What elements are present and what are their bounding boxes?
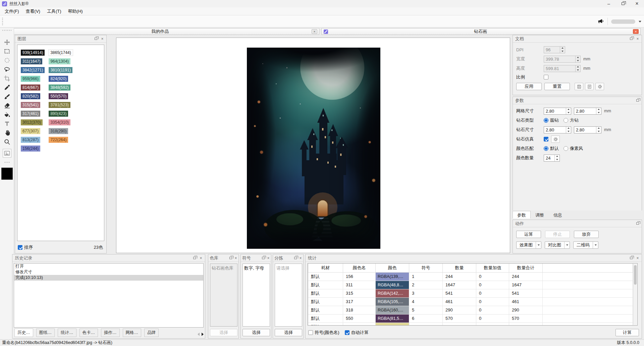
stop-button[interactable]: 停止 — [545, 231, 570, 238]
fill-tool-icon[interactable] — [3, 111, 11, 119]
grid-width-spinner[interactable]: 2.80 — [544, 108, 571, 115]
menu-tools[interactable]: 工具(T) — [44, 7, 65, 15]
round-diamond-radio[interactable] — [544, 118, 548, 123]
layer-color-chip[interactable]: 311(1647) — [21, 58, 42, 64]
layer-color-chip[interactable]: 315(541) — [21, 102, 40, 108]
float-panel-icon[interactable] — [261, 256, 265, 261]
text-tool-icon[interactable] — [3, 120, 11, 128]
menu-view[interactable]: 查看(V) — [22, 7, 44, 15]
layer-color-chip[interactable]: 939(14914) — [21, 50, 45, 56]
ratio-checkbox[interactable] — [544, 75, 548, 79]
layer-color-chip[interactable]: 820(582) — [21, 93, 40, 99]
eraser-tool-icon[interactable] — [3, 102, 11, 110]
crop-tool-icon[interactable] — [3, 74, 11, 82]
table-row[interactable]: 默认550RGBA(81,5…65700570 — [308, 314, 633, 323]
tab-parameters[interactable]: 参数 — [513, 211, 531, 219]
layer-color-chip[interactable]: 3781(523) — [49, 102, 70, 108]
table-row[interactable]: 默认317RGBA(105,…44610461 — [308, 297, 633, 306]
float-panel-icon[interactable] — [93, 37, 99, 41]
layer-color-chip[interactable]: 677(307) — [21, 128, 40, 134]
tab-scroll-right-icon[interactable] — [202, 333, 204, 336]
match-pixel-radio[interactable] — [564, 146, 568, 151]
layer-color-chip[interactable]: 3810(1191) — [49, 67, 72, 73]
close-panel-icon[interactable]: × — [635, 37, 640, 41]
diamond-height-spinner[interactable]: 2.80 — [574, 126, 601, 133]
layer-color-chip[interactable]: 3012(370) — [21, 119, 43, 125]
subwindow-close-icon[interactable]: × — [633, 29, 639, 34]
apply-button[interactable]: 应用 — [516, 83, 542, 90]
chevron-down-icon[interactable] — [639, 21, 641, 22]
sort-checkbox[interactable] — [18, 245, 22, 250]
stats-column-header[interactable]: 数量 — [443, 264, 476, 272]
layer-color-chip[interactable]: 959(966) — [21, 76, 40, 82]
document-list-icon[interactable] — [585, 83, 594, 90]
dock-tab-4[interactable]: 色卡… — [79, 329, 98, 337]
stats-column-header[interactable]: 颜色 — [376, 264, 409, 272]
close-button[interactable]: × — [630, 0, 644, 7]
marquee-select-tool-icon[interactable] — [3, 47, 11, 55]
close-panel-icon[interactable]: × — [198, 256, 204, 261]
sorting-select-button[interactable]: 选择 — [275, 329, 302, 336]
float-panel-icon[interactable] — [192, 256, 197, 261]
layer-color-chip[interactable]: 814(667) — [21, 84, 40, 91]
diamond-width-spinner[interactable]: 2.80 — [544, 126, 571, 133]
table-scrollbar[interactable] — [633, 264, 637, 325]
more-tools-icon[interactable] — [4, 161, 10, 163]
toolcol-grip[interactable] — [2, 30, 12, 31]
image-tool-icon[interactable] — [3, 149, 11, 158]
width-spinner[interactable]: 399.78 — [544, 56, 581, 63]
stats-column-header[interactable]: 颜色名 — [343, 264, 376, 272]
float-panel-icon[interactable] — [635, 98, 640, 103]
dock-tab-3[interactable]: 统计… — [58, 329, 76, 337]
ellipse-select-tool-icon[interactable] — [3, 56, 11, 64]
stats-column-header[interactable]: 符号 — [409, 264, 443, 272]
canvas-area[interactable] — [116, 38, 510, 253]
compare-image-button[interactable]: 对比图 — [545, 241, 570, 249]
layer-color-chip[interactable]: 890(423) — [49, 111, 68, 117]
dock-tab-6[interactable]: 网格… — [123, 329, 142, 337]
chevron-down-icon[interactable] — [536, 242, 541, 248]
dock-tab-2[interactable]: 图纸… — [36, 329, 55, 337]
layer-color-chip[interactable]: 824(920) — [49, 76, 68, 82]
dock-tab-1[interactable]: 历史… — [14, 329, 33, 337]
dpi-spinner[interactable]: 96 — [544, 46, 565, 53]
close-panel-icon[interactable]: × — [100, 37, 105, 41]
history-item[interactable]: 完成(10:10:13) — [14, 275, 203, 281]
table-row[interactable]: 默认677RGBA(224,…73070307 — [308, 323, 633, 326]
qrcode-button[interactable]: 二维码 — [573, 241, 598, 249]
minimize-button[interactable]: – — [602, 0, 616, 7]
zoom-tool-icon[interactable] — [3, 138, 11, 146]
dock-tab-5[interactable]: 操作… — [101, 329, 120, 337]
height-spinner[interactable]: 599.81 — [544, 65, 581, 72]
history-item[interactable]: 修改尺寸 — [14, 269, 203, 275]
foreground-color-swatch[interactable] — [1, 168, 13, 180]
float-panel-icon[interactable] — [629, 256, 634, 261]
reset-button[interactable]: 重置 — [544, 83, 570, 90]
scrollbar-thumb[interactable] — [634, 265, 637, 285]
subwindow-close-icon[interactable]: × — [312, 29, 317, 34]
toolbar-grip[interactable] — [2, 18, 3, 25]
sim-settings-gear-icon[interactable] — [551, 135, 560, 143]
close-panel-icon[interactable]: × — [266, 256, 270, 261]
grid-height-spinner[interactable]: 2.80 — [574, 108, 601, 115]
close-panel-icon[interactable]: × — [234, 256, 238, 261]
layer-color-chip[interactable]: 318(290) — [49, 128, 68, 134]
save-icon[interactable] — [575, 83, 583, 90]
diamond-painting-preview[interactable] — [247, 48, 380, 249]
layer-color-chip[interactable]: 3848(592) — [49, 84, 70, 91]
layer-color-chip[interactable]: 156(244) — [21, 146, 40, 152]
stats-column-header[interactable]: 数量加值 — [476, 264, 509, 272]
announcement-icon[interactable] — [597, 18, 604, 25]
layer-color-chip[interactable]: 3354(310) — [49, 119, 70, 125]
move-tool-icon[interactable] — [3, 38, 11, 46]
table-row[interactable]: 默认311RGBA(48,8…2164701647 — [308, 281, 633, 289]
table-row[interactable]: 默认318RGBA(160,…52900290 — [308, 306, 633, 314]
colorlib-select-button[interactable]: 选择 — [210, 329, 237, 336]
close-panel-icon[interactable]: × — [299, 256, 303, 261]
calculate-button[interactable]: 计算 — [615, 329, 639, 336]
float-panel-icon[interactable] — [635, 221, 640, 226]
subwindow-my-works[interactable]: 我的作品 × — [2, 28, 319, 35]
close-panel-icon[interactable]: × — [635, 256, 640, 261]
symbol-select-button[interactable]: 选择 — [243, 329, 270, 336]
eyedropper-tool-icon[interactable] — [3, 83, 11, 92]
